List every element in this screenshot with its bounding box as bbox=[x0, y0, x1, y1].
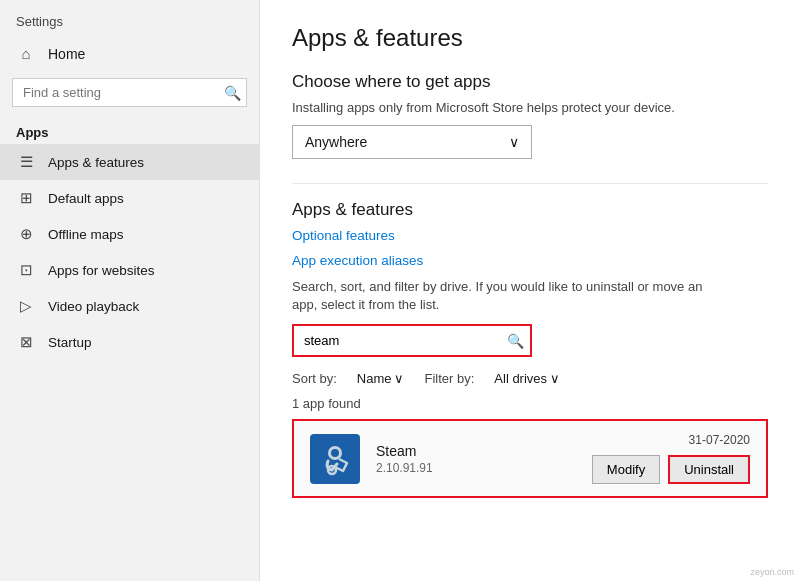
offline-maps-icon: ⊕ bbox=[16, 225, 36, 243]
sidebar: Settings ⌂ Home 🔍 Apps ☰ Apps & features… bbox=[0, 0, 260, 581]
main-content: Apps & features Choose where to get apps… bbox=[260, 0, 800, 581]
video-playback-icon: ▷ bbox=[16, 297, 36, 315]
filter-dropdown[interactable]: All drives ∨ bbox=[494, 371, 560, 386]
sidebar-section-label: Apps bbox=[0, 119, 259, 144]
filter-chevron-icon: ∨ bbox=[550, 371, 560, 386]
uninstall-button[interactable]: Uninstall bbox=[668, 455, 750, 484]
sidebar-item-label: Offline maps bbox=[48, 227, 124, 242]
sidebar-item-offline-maps[interactable]: ⊕ Offline maps bbox=[0, 216, 259, 252]
page-title: Apps & features bbox=[292, 24, 768, 52]
section-divider bbox=[292, 183, 768, 184]
apps-websites-icon: ⊡ bbox=[16, 261, 36, 279]
sidebar-item-label: Apps for websites bbox=[48, 263, 155, 278]
apps-features-icon: ☰ bbox=[16, 153, 36, 171]
choose-heading: Choose where to get apps bbox=[292, 72, 768, 92]
sidebar-item-label: Startup bbox=[48, 335, 92, 350]
sort-label: Sort by: bbox=[292, 371, 337, 386]
app-info: Steam 2.10.91.91 bbox=[376, 443, 576, 475]
app-version: 2.10.91.91 bbox=[376, 461, 576, 475]
sidebar-item-label: Apps & features bbox=[48, 155, 144, 170]
watermark: zeyon.com bbox=[750, 567, 794, 577]
app-buttons: Modify Uninstall bbox=[592, 455, 750, 484]
filter-label: Filter by: bbox=[424, 371, 474, 386]
search-description: Search, sort, and filter by drive. If yo… bbox=[292, 278, 712, 314]
sidebar-item-label: Video playback bbox=[48, 299, 139, 314]
found-count: 1 app found bbox=[292, 396, 768, 411]
app-date: 31-07-2020 bbox=[689, 433, 750, 447]
settings-search-container: 🔍 bbox=[12, 78, 247, 107]
sidebar-item-label: Default apps bbox=[48, 191, 124, 206]
app-search-input[interactable] bbox=[292, 324, 532, 357]
app-list-item[interactable]: Steam 2.10.91.91 31-07-2020 Modify Unins… bbox=[292, 419, 768, 498]
apps-source-value: Anywhere bbox=[305, 134, 367, 150]
sidebar-item-video-playback[interactable]: ▷ Video playback bbox=[0, 288, 259, 324]
startup-icon: ⊠ bbox=[16, 333, 36, 351]
apps-source-dropdown[interactable]: Anywhere ∨ bbox=[292, 125, 532, 159]
settings-search-input[interactable] bbox=[12, 78, 247, 107]
filter-value: All drives bbox=[494, 371, 547, 386]
sidebar-item-default-apps[interactable]: ⊞ Default apps bbox=[0, 180, 259, 216]
app-search-container: 🔍 bbox=[292, 324, 532, 357]
app-actions: 31-07-2020 Modify Uninstall bbox=[592, 433, 750, 484]
home-icon: ⌂ bbox=[16, 45, 36, 62]
settings-search-icon[interactable]: 🔍 bbox=[224, 85, 241, 101]
apps-features-subheading: Apps & features bbox=[292, 200, 768, 220]
steam-app-icon bbox=[315, 439, 355, 479]
sidebar-item-apps-features[interactable]: ☰ Apps & features bbox=[0, 144, 259, 180]
app-execution-link[interactable]: App execution aliases bbox=[292, 253, 768, 268]
sort-chevron-icon: ∨ bbox=[394, 371, 404, 386]
app-name: Steam bbox=[376, 443, 576, 459]
sort-dropdown[interactable]: Name ∨ bbox=[357, 371, 405, 386]
modify-button[interactable]: Modify bbox=[592, 455, 660, 484]
sort-value: Name bbox=[357, 371, 392, 386]
sidebar-item-startup[interactable]: ⊠ Startup bbox=[0, 324, 259, 360]
settings-title: Settings bbox=[0, 0, 259, 37]
sidebar-item-apps-websites[interactable]: ⊡ Apps for websites bbox=[0, 252, 259, 288]
chevron-down-icon: ∨ bbox=[509, 134, 519, 150]
home-label: Home bbox=[48, 46, 85, 62]
default-apps-icon: ⊞ bbox=[16, 189, 36, 207]
sort-filter-bar: Sort by: Name ∨ Filter by: All drives ∨ bbox=[292, 371, 768, 386]
choose-subtitle: Installing apps only from Microsoft Stor… bbox=[292, 100, 768, 115]
optional-features-link[interactable]: Optional features bbox=[292, 228, 768, 243]
app-icon-box bbox=[310, 434, 360, 484]
svg-point-2 bbox=[331, 449, 339, 457]
sidebar-item-home[interactable]: ⌂ Home bbox=[0, 37, 259, 70]
app-search-icon: 🔍 bbox=[507, 333, 524, 349]
